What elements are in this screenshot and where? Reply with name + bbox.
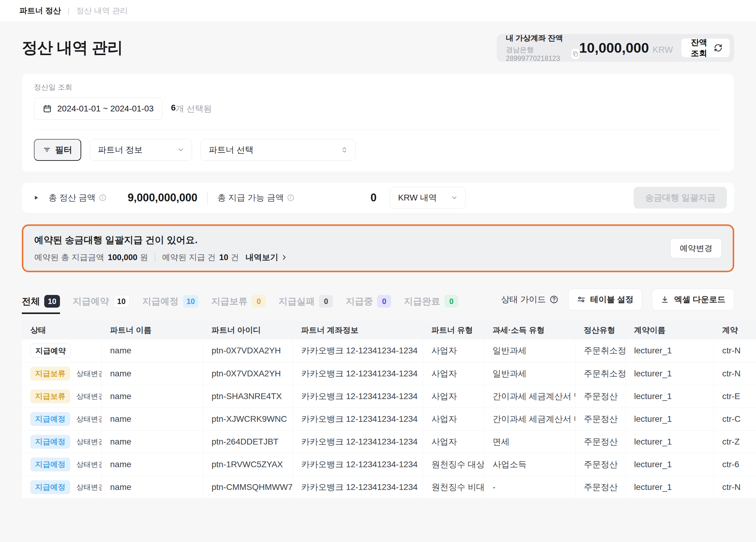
filter-card: 정산일 조회 2024-01-01 ~ 2024-01-03 6 개 선택됨 (22, 74, 734, 172)
status-badge: 지급예정 (30, 480, 70, 494)
partner-info-dropdown[interactable]: 파트너 정보 (90, 139, 192, 161)
col-partner-type: 파트너 유형 (423, 321, 484, 339)
date-range-picker[interactable]: 2024-01-01 ~ 2024-01-03 (34, 97, 162, 120)
cell-partner-id: ptn-264DDETJBT (203, 430, 293, 453)
table-row[interactable]: 지급보류 상태변경 name ptn-0X7VDXA2YH 카카오뱅크 12-1… (22, 362, 756, 385)
cell-partner-name: name (101, 362, 203, 385)
tab-count-badge: 10 (113, 295, 130, 308)
change-reservation-button[interactable]: 예약변경 (670, 238, 722, 258)
excel-download-button[interactable]: 엑셀 다운로드 (652, 289, 734, 310)
tab-payment-in-progress[interactable]: 지급중 0 (346, 295, 391, 314)
status-badge: 지급예정 (30, 458, 70, 471)
main-content: 정산 내역 관리 내 가상계좌 잔액 경남은행 28999770218123 (0, 21, 756, 542)
filter-button[interactable]: 필터 (34, 139, 81, 161)
total-settlement-value: 9,000,000,000 (128, 191, 197, 204)
cell-partner-name: name (101, 430, 203, 453)
col-status: 상태 (22, 321, 101, 339)
currency-history-dropdown[interactable]: KRW 내역 (390, 187, 466, 209)
balance-refresh-button[interactable]: 잔액조회 (681, 38, 730, 58)
table-row[interactable]: 지급보류 상태변경 name ptn-SHA3NRE4TX 카카오뱅크 12-1… (22, 385, 756, 408)
cell-settlement-type: 주문정산 (575, 476, 625, 498)
status-badge: 지급보류 (30, 367, 70, 381)
status-badge: 지급예정 (30, 435, 70, 449)
cell-partner-type: 사업자 (423, 339, 484, 362)
cell-partner-name: name (101, 339, 203, 362)
total-settlement-label: 총 정산 금액 (48, 192, 96, 203)
cell-settlement-type: 주문취소정산 (575, 339, 625, 362)
cell-settlement-type: 주문정산 (575, 430, 625, 453)
status-change-button[interactable]: 상태변경 (76, 369, 101, 378)
table-row[interactable]: 지급예정 상태변경 name ptn-XJWCRK9WNC 카카오뱅크 12-1… (22, 408, 756, 430)
filter-icon (43, 146, 51, 154)
bulk-transfer-pay-button[interactable]: 송금대행 일괄지급 (634, 187, 727, 209)
expand-caret-icon[interactable] (33, 194, 39, 201)
tab-all[interactable]: 전체 10 (22, 295, 60, 314)
cell-contract-id: ctr-6 (714, 453, 756, 476)
table-row[interactable]: 지급예약 name ptn-0X7VDXA2YH 카카오뱅크 12-123412… (22, 339, 756, 362)
reserved-transfer-banner: 예약된 송금대행 일괄지급 건이 있어요. 예약된 총 지급금액 100,000… (22, 224, 734, 272)
table-header-row: 상태 파트너 이름 파트너 아이디 파트너 계좌정보 파트너 유형 과세·소득 … (22, 321, 756, 339)
tab-payment-held[interactable]: 지급보류 0 (211, 295, 266, 314)
cell-partner-name: name (101, 453, 203, 476)
copy-icon (572, 51, 579, 57)
reserved-amount-label: 예약된 총 지급금액 (34, 252, 104, 263)
virtual-account-balance-card: 내 가상계좌 잔액 경남은행 28999770218123 10,000,000… (497, 34, 734, 62)
table-row[interactable]: 지급예정 상태변경 name ptn-1RVWC5ZYAX 카카오뱅크 12-1… (22, 453, 756, 476)
cell-tax-type: 일반과세 (484, 362, 575, 385)
partner-select-dropdown-value: 파트너 선택 (209, 144, 254, 156)
tab-payment-scheduled[interactable]: 지급예정 10 (142, 295, 199, 314)
chevron-down-icon (177, 146, 184, 154)
cell-contract-name: lecturer_1 (625, 453, 714, 476)
bank-account-number: 경남은행 28999770218123 (506, 45, 568, 63)
settlement-table: 상태 파트너 이름 파트너 아이디 파트너 계좌정보 파트너 유형 과세·소득 … (22, 321, 756, 499)
table-settings-button[interactable]: 테이블 설정 (568, 289, 642, 310)
col-partner-account: 파트너 계좌정보 (293, 321, 423, 339)
status-badge: 지급보류 (30, 389, 70, 403)
cell-contract-id: ctr-C (714, 408, 756, 430)
cell-contract-id: ctr-E (714, 385, 756, 408)
cell-contract-id: ctr-N (714, 339, 756, 362)
question-circle-icon (549, 295, 559, 304)
reserved-count-value: 10 (219, 253, 228, 262)
cell-partner-account: 카카오뱅크 12-12341234-1234 (293, 453, 423, 476)
cell-contract-name: lecturer_1 (625, 476, 714, 498)
tab-count-badge: 0 (444, 295, 458, 308)
copy-account-button[interactable] (572, 49, 579, 59)
date-range-value: 2024-01-01 ~ 2024-01-03 (57, 104, 154, 114)
reserved-amount-value: 100,000 (108, 253, 138, 262)
status-change-button[interactable]: 상태변경 (76, 392, 101, 401)
tab-payment-completed[interactable]: 지급완료 0 (404, 295, 458, 314)
tab-payment-failed[interactable]: 지급실패 0 (278, 295, 333, 314)
partner-select-dropdown[interactable]: 파트너 선택 (201, 139, 356, 161)
tab-label: 지급보류 (211, 295, 247, 308)
cell-partner-type: 사업자 (423, 430, 484, 453)
table-row[interactable]: 지급예정 상태변경 name ptn-CMMSQHMWW7 카카오뱅크 12-1… (22, 476, 756, 498)
cell-tax-type: 사업소득 (484, 453, 575, 476)
status-change-button[interactable]: 상태변경 (76, 460, 101, 469)
cell-contract-id: ctr-N (714, 476, 756, 498)
cell-partner-type: 원천징수 비대상자 (423, 476, 484, 498)
status-change-button[interactable]: 상태변경 (76, 437, 101, 447)
status-change-button[interactable]: 상태변경 (76, 414, 101, 424)
cell-partner-id: ptn-1RVWC5ZYAX (203, 453, 293, 476)
col-contract: 계약 (714, 321, 756, 339)
status-guide-link[interactable]: 상태 가이드 (501, 294, 559, 305)
tab-payment-reserved[interactable]: 지급예약 10 (73, 295, 130, 314)
breadcrumb: 파트너 정산 | 정산 내역 관리 (19, 5, 128, 16)
cell-partner-id: ptn-SHA3NRE4TX (203, 385, 293, 408)
cell-partner-name: name (101, 476, 203, 498)
reserved-count-unit: 건 (231, 252, 239, 263)
tab-count-badge: 0 (252, 295, 266, 308)
selected-count: 6 개 선택됨 (171, 103, 212, 114)
cell-contract-id: ctr-Z (714, 430, 756, 453)
table-row[interactable]: 지급예정 상태변경 name ptn-264DDETJBT 카카오뱅크 12-1… (22, 430, 756, 453)
balance-refresh-label: 잔액조회 (688, 37, 710, 59)
status-change-button[interactable]: 상태변경 (76, 482, 101, 492)
cell-partner-name: name (101, 385, 203, 408)
cell-tax-type: 간이과세 세금계산서 미발행 (484, 408, 575, 430)
cell-partner-type: 사업자 (423, 408, 484, 430)
cell-partner-id: ptn-XJWCRK9WNC (203, 408, 293, 430)
top-bar: 파트너 정산 | 정산 내역 관리 (0, 0, 756, 21)
breadcrumb-parent[interactable]: 파트너 정산 (19, 5, 61, 16)
view-details-link[interactable]: 내역보기 (246, 252, 287, 263)
